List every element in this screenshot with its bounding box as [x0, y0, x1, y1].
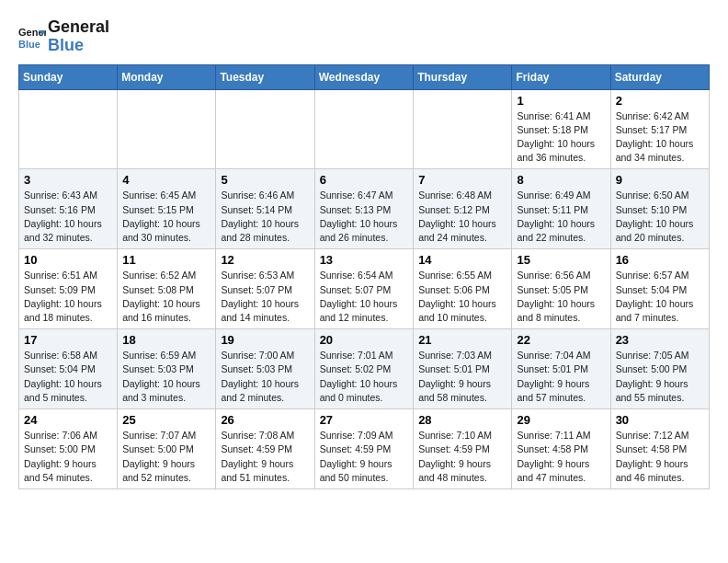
calendar-cell: 2Sunrise: 6:42 AMSunset: 5:17 PMDaylight… — [610, 89, 709, 169]
calendar-cell: 26Sunrise: 7:08 AMSunset: 4:59 PMDayligh… — [216, 409, 314, 489]
day-info: Sunrise: 7:09 AMSunset: 4:59 PMDaylight:… — [320, 429, 409, 485]
column-header-tuesday: Tuesday — [216, 64, 314, 89]
day-info: Sunrise: 7:11 AMSunset: 4:58 PMDaylight:… — [517, 429, 605, 485]
day-number: 28 — [418, 413, 506, 427]
day-info: Sunrise: 6:43 AMSunset: 5:16 PMDaylight:… — [24, 189, 112, 245]
calendar-cell: 22Sunrise: 7:04 AMSunset: 5:01 PMDayligh… — [512, 329, 610, 409]
calendar-cell: 7Sunrise: 6:48 AMSunset: 5:12 PMDaylight… — [414, 169, 512, 249]
week-row: 24Sunrise: 7:06 AMSunset: 5:00 PMDayligh… — [19, 409, 710, 489]
day-info: Sunrise: 6:53 AMSunset: 5:07 PMDaylight:… — [221, 269, 309, 325]
calendar-header-row: SundayMondayTuesdayWednesdayThursdayFrid… — [19, 64, 710, 89]
calendar-cell: 30Sunrise: 7:12 AMSunset: 4:58 PMDayligh… — [610, 409, 709, 489]
calendar-cell: 18Sunrise: 6:59 AMSunset: 5:03 PMDayligh… — [118, 329, 216, 409]
week-row: 10Sunrise: 6:51 AMSunset: 5:09 PMDayligh… — [19, 249, 710, 329]
logo-text: General Blue — [48, 18, 109, 55]
day-number: 24 — [24, 413, 112, 427]
day-info: Sunrise: 6:48 AMSunset: 5:12 PMDaylight:… — [418, 189, 506, 245]
day-info: Sunrise: 6:55 AMSunset: 5:06 PMDaylight:… — [418, 269, 506, 325]
day-number: 16 — [616, 253, 704, 267]
day-info: Sunrise: 6:46 AMSunset: 5:14 PMDaylight:… — [221, 189, 309, 245]
day-info: Sunrise: 6:54 AMSunset: 5:07 PMDaylight:… — [320, 269, 409, 325]
calendar-cell: 4Sunrise: 6:45 AMSunset: 5:15 PMDaylight… — [118, 169, 216, 249]
calendar-cell — [216, 89, 314, 169]
day-info: Sunrise: 7:08 AMSunset: 4:59 PMDaylight:… — [221, 429, 309, 485]
day-info: Sunrise: 7:00 AMSunset: 5:03 PMDaylight:… — [221, 349, 309, 405]
day-info: Sunrise: 7:04 AMSunset: 5:01 PMDaylight:… — [517, 349, 605, 405]
column-header-wednesday: Wednesday — [314, 64, 414, 89]
day-info: Sunrise: 6:49 AMSunset: 5:11 PMDaylight:… — [517, 189, 605, 245]
calendar-cell: 16Sunrise: 6:57 AMSunset: 5:04 PMDayligh… — [610, 249, 709, 329]
day-number: 9 — [616, 173, 704, 187]
day-info: Sunrise: 6:50 AMSunset: 5:10 PMDaylight:… — [616, 189, 704, 245]
day-number: 14 — [418, 253, 506, 267]
calendar-cell: 17Sunrise: 6:58 AMSunset: 5:04 PMDayligh… — [19, 329, 118, 409]
day-info: Sunrise: 7:07 AMSunset: 5:00 PMDaylight:… — [122, 429, 210, 485]
day-info: Sunrise: 7:10 AMSunset: 4:59 PMDaylight:… — [418, 429, 506, 485]
day-number: 22 — [517, 333, 605, 347]
day-info: Sunrise: 6:42 AMSunset: 5:17 PMDaylight:… — [616, 109, 704, 166]
day-number: 8 — [517, 173, 605, 187]
week-row: 3Sunrise: 6:43 AMSunset: 5:16 PMDaylight… — [19, 169, 710, 249]
column-header-monday: Monday — [118, 64, 216, 89]
calendar-cell: 24Sunrise: 7:06 AMSunset: 5:00 PMDayligh… — [19, 409, 118, 489]
calendar-cell — [414, 89, 512, 169]
day-info: Sunrise: 6:45 AMSunset: 5:15 PMDaylight:… — [122, 189, 210, 245]
calendar-cell: 1Sunrise: 6:41 AMSunset: 5:18 PMDaylight… — [512, 89, 610, 169]
day-info: Sunrise: 6:57 AMSunset: 5:04 PMDaylight:… — [616, 269, 704, 325]
column-header-thursday: Thursday — [414, 64, 512, 89]
day-number: 18 — [122, 333, 210, 347]
day-info: Sunrise: 7:01 AMSunset: 5:02 PMDaylight:… — [320, 349, 409, 405]
day-number: 12 — [221, 253, 309, 267]
column-header-saturday: Saturday — [610, 64, 709, 89]
week-row: 1Sunrise: 6:41 AMSunset: 5:18 PMDaylight… — [19, 89, 710, 169]
calendar-cell — [118, 89, 216, 169]
day-info: Sunrise: 6:51 AMSunset: 5:09 PMDaylight:… — [24, 269, 112, 325]
day-number: 4 — [122, 173, 210, 187]
calendar-cell: 12Sunrise: 6:53 AMSunset: 5:07 PMDayligh… — [216, 249, 314, 329]
calendar-cell: 9Sunrise: 6:50 AMSunset: 5:10 PMDaylight… — [610, 169, 709, 249]
day-number: 23 — [616, 333, 704, 347]
calendar-cell: 20Sunrise: 7:01 AMSunset: 5:02 PMDayligh… — [314, 329, 414, 409]
day-number: 1 — [517, 94, 605, 108]
day-info: Sunrise: 7:06 AMSunset: 5:00 PMDaylight:… — [24, 429, 112, 485]
calendar-cell: 14Sunrise: 6:55 AMSunset: 5:06 PMDayligh… — [414, 249, 512, 329]
page-header: General Blue General Blue — [18, 18, 710, 55]
day-info: Sunrise: 6:56 AMSunset: 5:05 PMDaylight:… — [517, 269, 605, 325]
day-number: 5 — [221, 173, 309, 187]
day-info: Sunrise: 6:47 AMSunset: 5:13 PMDaylight:… — [320, 189, 409, 245]
day-number: 3 — [24, 173, 112, 187]
calendar-cell: 29Sunrise: 7:11 AMSunset: 4:58 PMDayligh… — [512, 409, 610, 489]
calendar-cell: 19Sunrise: 7:00 AMSunset: 5:03 PMDayligh… — [216, 329, 314, 409]
day-info: Sunrise: 7:03 AMSunset: 5:01 PMDaylight:… — [418, 349, 506, 405]
day-number: 17 — [24, 333, 112, 347]
day-info: Sunrise: 6:41 AMSunset: 5:18 PMDaylight:… — [517, 109, 605, 166]
calendar-cell: 15Sunrise: 6:56 AMSunset: 5:05 PMDayligh… — [512, 249, 610, 329]
day-number: 20 — [320, 333, 409, 347]
day-number: 29 — [517, 413, 605, 427]
svg-text:Blue: Blue — [18, 39, 40, 50]
day-number: 10 — [24, 253, 112, 267]
calendar-cell: 25Sunrise: 7:07 AMSunset: 5:00 PMDayligh… — [118, 409, 216, 489]
day-info: Sunrise: 7:12 AMSunset: 4:58 PMDaylight:… — [616, 429, 704, 485]
day-number: 6 — [320, 173, 409, 187]
calendar-cell: 10Sunrise: 6:51 AMSunset: 5:09 PMDayligh… — [19, 249, 118, 329]
day-number: 19 — [221, 333, 309, 347]
day-number: 2 — [616, 94, 704, 108]
calendar-cell: 5Sunrise: 6:46 AMSunset: 5:14 PMDaylight… — [216, 169, 314, 249]
calendar-cell: 28Sunrise: 7:10 AMSunset: 4:59 PMDayligh… — [414, 409, 512, 489]
day-info: Sunrise: 6:52 AMSunset: 5:08 PMDaylight:… — [122, 269, 210, 325]
calendar-cell: 6Sunrise: 6:47 AMSunset: 5:13 PMDaylight… — [314, 169, 414, 249]
week-row: 17Sunrise: 6:58 AMSunset: 5:04 PMDayligh… — [19, 329, 710, 409]
calendar-cell: 11Sunrise: 6:52 AMSunset: 5:08 PMDayligh… — [118, 249, 216, 329]
calendar-cell: 27Sunrise: 7:09 AMSunset: 4:59 PMDayligh… — [314, 409, 414, 489]
day-number: 21 — [418, 333, 506, 347]
day-number: 26 — [221, 413, 309, 427]
calendar-cell: 21Sunrise: 7:03 AMSunset: 5:01 PMDayligh… — [414, 329, 512, 409]
calendar-cell: 23Sunrise: 7:05 AMSunset: 5:00 PMDayligh… — [610, 329, 709, 409]
day-info: Sunrise: 6:58 AMSunset: 5:04 PMDaylight:… — [24, 349, 112, 405]
day-info: Sunrise: 6:59 AMSunset: 5:03 PMDaylight:… — [122, 349, 210, 405]
day-number: 7 — [418, 173, 506, 187]
calendar-cell: 3Sunrise: 6:43 AMSunset: 5:16 PMDaylight… — [19, 169, 118, 249]
calendar-cell — [19, 89, 118, 169]
calendar-cell — [314, 89, 414, 169]
